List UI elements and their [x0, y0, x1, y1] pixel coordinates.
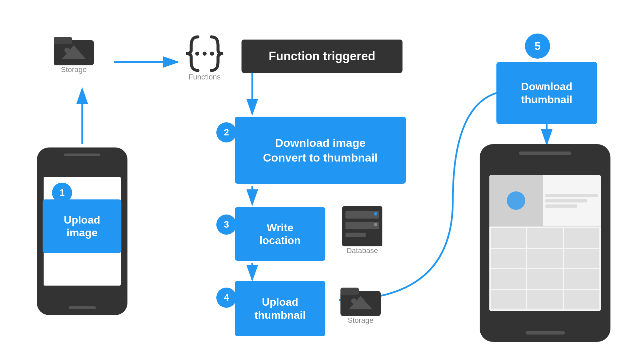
storage-icon-left: Storage: [52, 30, 96, 74]
svg-point-23: [351, 298, 357, 304]
function-triggered-box: Function triggered: [241, 40, 402, 73]
grid-cell: [564, 249, 599, 268]
grid-row-3: [491, 269, 599, 289]
svg-rect-21: [340, 288, 359, 295]
grid-cell: [564, 290, 599, 309]
storage-icon-bottom: Storage: [339, 281, 382, 325]
phone-notch-top: [64, 154, 100, 156]
step5-box: Download thumbnail: [496, 62, 597, 124]
right-phone-screen: [489, 175, 601, 311]
screen-circle: [507, 191, 525, 210]
circle-3: 3: [216, 215, 236, 235]
grid-row-2: [491, 249, 599, 268]
grid-cell: [564, 269, 599, 289]
functions-label: Functions: [189, 73, 220, 81]
right-phone-notch-bottom: [526, 331, 565, 335]
right-phone-notch-top: [519, 152, 571, 155]
grid-cell: [491, 290, 526, 309]
diagram: Upload image 1 Storage Functions: [0, 0, 644, 362]
storage-label-bottom: Storage: [347, 316, 373, 325]
circle-5: 5: [525, 34, 550, 59]
database-label: Database: [346, 246, 378, 255]
grid-cell: [491, 228, 526, 248]
step3-box: Write location: [235, 207, 325, 261]
screen-image-area: [489, 175, 543, 226]
grid-cell: [527, 269, 563, 289]
step2-box: Download image Convert to thumbnail: [235, 117, 406, 184]
grid-cell: [527, 290, 563, 309]
database-icon: Database: [339, 204, 386, 255]
svg-rect-8: [54, 37, 72, 44]
svg-rect-15: [345, 211, 379, 219]
circle-4: 4: [216, 288, 236, 308]
text-line-2: [545, 199, 587, 202]
grid-cell: [527, 249, 563, 268]
phone-notch-bottom: [69, 306, 96, 309]
screen-top-row: [489, 175, 601, 227]
grid-cell: [491, 249, 526, 268]
svg-point-18: [374, 212, 377, 216]
text-line-1: [545, 194, 598, 197]
grid-row-1: [491, 228, 599, 248]
step4-box: Upload thumbnail: [235, 281, 325, 336]
functions-icon: Functions: [178, 32, 231, 81]
grid-cell: [527, 228, 563, 248]
svg-point-12: [203, 52, 207, 56]
grid-cell: [564, 228, 599, 248]
screen-grid: [489, 227, 601, 311]
right-phone: [480, 144, 610, 342]
step1-box: Upload image: [43, 199, 121, 253]
svg-point-10: [64, 48, 70, 53]
circle-1: 1: [52, 183, 72, 203]
circle-2: 2: [216, 122, 236, 142]
grid-cell: [491, 269, 526, 289]
svg-rect-16: [345, 222, 379, 229]
svg-point-11: [195, 52, 199, 56]
text-line-3: [545, 204, 577, 208]
screen-text-area: [543, 175, 600, 226]
grid-row-4: [491, 290, 599, 309]
svg-rect-17: [345, 233, 366, 237]
svg-point-13: [210, 52, 214, 56]
storage-label-left: Storage: [61, 65, 87, 74]
svg-point-19: [374, 223, 377, 226]
